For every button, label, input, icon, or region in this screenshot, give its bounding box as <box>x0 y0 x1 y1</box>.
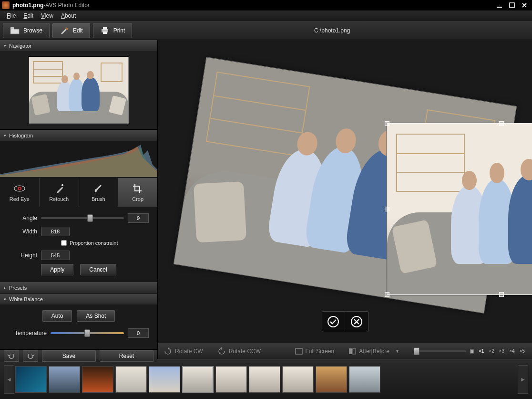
save-button[interactable]: Save <box>42 350 96 362</box>
navigator-header[interactable]: ▾ Navigator <box>0 41 157 51</box>
wb-auto-button[interactable]: Auto <box>42 310 72 322</box>
maximize-button[interactable] <box>506 1 518 9</box>
svg-rect-5 <box>103 27 107 30</box>
left-action-bar: Save Reset <box>0 350 157 362</box>
apply-button[interactable]: Apply <box>41 264 73 275</box>
cancel-button[interactable]: Cancel <box>80 264 116 275</box>
zoom-fit-button[interactable]: ▣ <box>468 348 475 354</box>
main-toolbar: Browse Edit Print C:\photo1.png <box>0 21 532 40</box>
thumbnail-9[interactable] <box>282 366 314 393</box>
edit-button[interactable]: Edit <box>52 23 90 38</box>
menu-about[interactable]: About <box>57 11 80 20</box>
after-before-button[interactable]: After|Before ▼ <box>348 348 399 355</box>
tool-retouch[interactable]: Retouch <box>40 178 79 207</box>
browse-button[interactable]: Browse <box>3 23 50 38</box>
zoom-1x[interactable]: ×1 <box>477 348 485 354</box>
collapse-icon: ▾ <box>4 43 6 48</box>
thumbnail-1[interactable] <box>15 366 47 393</box>
crop-overlay[interactable] <box>387 123 532 295</box>
proportion-checkbox[interactable] <box>61 240 67 246</box>
svg-rect-1 <box>510 3 514 8</box>
edit-label: Edit <box>73 27 83 34</box>
width-label: Width <box>9 228 37 235</box>
folder-icon <box>10 26 20 35</box>
fullscreen-icon <box>295 348 303 355</box>
redo-button[interactable] <box>23 350 38 362</box>
thumbnail-2[interactable] <box>49 366 80 393</box>
cancel-crop-button[interactable] <box>345 312 368 332</box>
app-icon <box>2 1 10 9</box>
presets-header[interactable]: ▸ Presets <box>0 283 157 293</box>
temperature-slider[interactable] <box>51 332 124 334</box>
width-input[interactable]: 818 <box>41 227 70 236</box>
zoom-4x[interactable]: ×4 <box>508 348 516 354</box>
expand-icon: ▸ <box>4 285 6 290</box>
menu-edit[interactable]: Edit <box>20 11 37 20</box>
rotate-cw-icon <box>164 347 172 356</box>
thumbnail-11[interactable] <box>349 366 380 393</box>
thumbnail-strip: ◄ ► <box>0 359 532 399</box>
tool-red-eye[interactable]: Red Eye <box>0 178 40 207</box>
temperature-value[interactable]: 0 <box>128 328 149 338</box>
navigator-thumbnail[interactable] <box>29 57 129 124</box>
angle-slider[interactable] <box>41 217 124 219</box>
crop-handle-sw[interactable] <box>385 292 389 297</box>
tool-red-eye-label: Red Eye <box>10 196 30 202</box>
full-screen-button[interactable]: Full Screen <box>295 348 335 355</box>
confirm-crop-button[interactable] <box>322 312 345 332</box>
white-balance-title: White Balance <box>9 296 43 302</box>
thumbnail-5[interactable] <box>149 366 180 393</box>
svg-rect-0 <box>497 7 502 8</box>
rotate-ccw-button[interactable]: Rotate CCW <box>217 347 261 356</box>
angle-value[interactable]: 9 <box>128 213 149 223</box>
crop-handle-s[interactable] <box>499 292 504 297</box>
thumbnail-4[interactable] <box>115 366 147 393</box>
split-view-icon <box>348 348 356 355</box>
print-button[interactable]: Print <box>93 23 133 38</box>
crop-handle-n[interactable] <box>499 121 504 126</box>
wb-as-shot-button[interactable]: As Shot <box>77 310 115 322</box>
zoom-5x[interactable]: ×5 <box>518 348 526 354</box>
tool-crop[interactable]: Crop <box>118 178 157 207</box>
thumbnail-10[interactable] <box>316 366 347 393</box>
zoom-3x[interactable]: ×3 <box>498 348 506 354</box>
wand-icon <box>53 183 65 194</box>
full-screen-label: Full Screen <box>306 348 335 355</box>
svg-rect-14 <box>296 348 302 354</box>
dropdown-icon: ▼ <box>395 349 399 354</box>
menu-view[interactable]: View <box>37 11 57 20</box>
zoom-slider[interactable] <box>414 350 466 352</box>
browse-label: Browse <box>23 27 42 34</box>
checkmark-icon <box>327 315 339 328</box>
paintbrush-icon <box>92 183 104 194</box>
undo-button[interactable] <box>4 350 19 362</box>
thumbnail-6[interactable] <box>182 366 214 393</box>
minimize-button[interactable] <box>494 1 505 9</box>
title-app: AVS Photo Editor <box>45 2 90 9</box>
height-input[interactable]: 545 <box>41 251 70 260</box>
canvas[interactable] <box>158 40 532 343</box>
thumbnail-7[interactable] <box>215 366 247 393</box>
thumbnail-3[interactable] <box>82 366 113 393</box>
thumbnail-8[interactable] <box>249 366 280 393</box>
crop-handle-w[interactable] <box>385 207 389 211</box>
crop-handle-nw[interactable] <box>385 121 389 126</box>
close-button[interactable] <box>519 1 530 9</box>
menu-file[interactable]: File <box>3 11 20 20</box>
strip-prev-button[interactable]: ◄ <box>4 365 14 394</box>
rotate-cw-button[interactable]: Rotate CW <box>164 347 203 356</box>
strip-next-button[interactable]: ► <box>518 365 528 394</box>
printer-icon <box>100 26 110 35</box>
svg-rect-6 <box>103 32 107 34</box>
svg-rect-2 <box>10 27 14 29</box>
zoom-2x[interactable]: ×2 <box>487 348 495 354</box>
collapse-icon: ▾ <box>4 133 6 138</box>
view-toolbar: Rotate CW Rotate CCW Full Screen After|B… <box>158 343 532 359</box>
histogram-header[interactable]: ▾ Histogram <box>0 130 157 141</box>
svg-point-9 <box>19 188 20 189</box>
white-balance-header[interactable]: ▾ White Balance <box>0 294 157 304</box>
rotate-cw-label: Rotate CW <box>175 348 203 355</box>
tool-brush[interactable]: Brush <box>79 178 119 207</box>
reset-button[interactable]: Reset <box>100 350 153 362</box>
redo-icon <box>26 353 35 359</box>
